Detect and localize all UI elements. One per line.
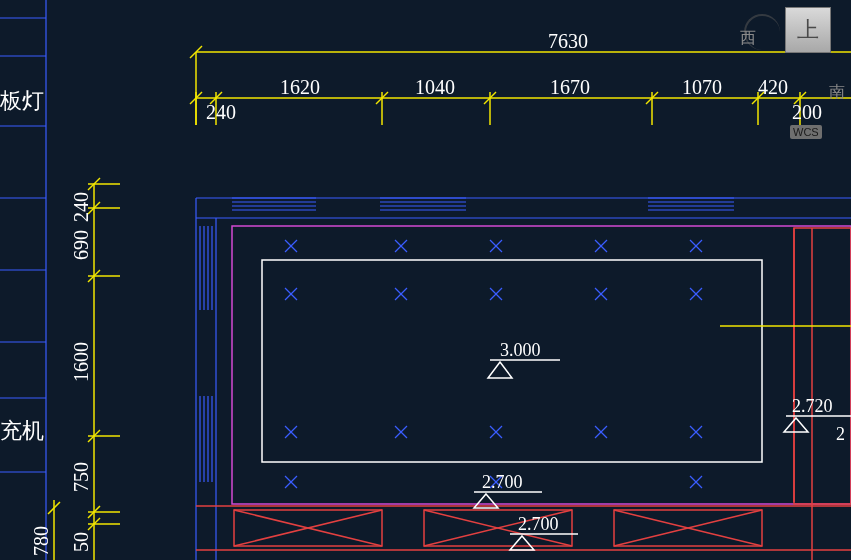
svg-marker-126 <box>784 418 808 432</box>
dimension-top-chain: 240 1620 1040 1670 1070 420 200 <box>190 76 851 125</box>
red-zones <box>196 228 851 560</box>
svg-rect-107 <box>794 228 851 504</box>
dim-value: 1070 <box>682 76 722 98</box>
viewcube[interactable]: 上 <box>785 7 831 53</box>
dim-value: 240 <box>206 101 236 123</box>
dim-value: 7630 <box>548 30 588 52</box>
dim-value: 1620 <box>280 76 320 98</box>
level-bottom-a: 2.700 <box>474 472 542 508</box>
svg-marker-120 <box>488 362 512 378</box>
level-extra: 2 <box>836 424 845 444</box>
dim-value: 420 <box>758 76 788 98</box>
legend-label: 充机 <box>0 418 44 443</box>
svg-marker-124 <box>510 536 534 550</box>
compass-south[interactable]: 南 <box>829 82 845 103</box>
dim-value: 1600 <box>70 342 92 382</box>
compass-west[interactable]: 西 <box>740 28 756 49</box>
dim-value: 690 <box>70 230 92 260</box>
svg-rect-67 <box>248 238 837 258</box>
dim-value: 750 <box>70 462 92 492</box>
level-value: 2.700 <box>518 514 559 534</box>
level-value: 2.720 <box>792 396 833 416</box>
dimension-left-chain: 240 690 1600 750 50 780 <box>30 178 120 560</box>
dim-value: 240 <box>70 192 92 222</box>
dim-value: 1670 <box>550 76 590 98</box>
svg-rect-68 <box>262 260 762 462</box>
level-center: 3.000 <box>488 340 560 378</box>
dim-value: 1040 <box>415 76 455 98</box>
legend-strip: 板灯 充机 <box>0 0 46 560</box>
cad-canvas[interactable]: 7630 240 1620 1040 1670 1070 420 200 <box>0 0 851 560</box>
light-markers <box>285 240 702 488</box>
legend-label: 板灯 <box>0 88 44 113</box>
wcs-badge: WCS <box>790 125 822 139</box>
viewcube-face: 上 <box>797 15 819 45</box>
ceiling <box>232 226 851 504</box>
dim-value: 780 <box>30 526 52 556</box>
dim-value: 200 <box>792 101 822 123</box>
dim-value: 50 <box>70 532 92 552</box>
level-value: 2.700 <box>482 472 523 492</box>
level-value: 3.000 <box>500 340 541 360</box>
